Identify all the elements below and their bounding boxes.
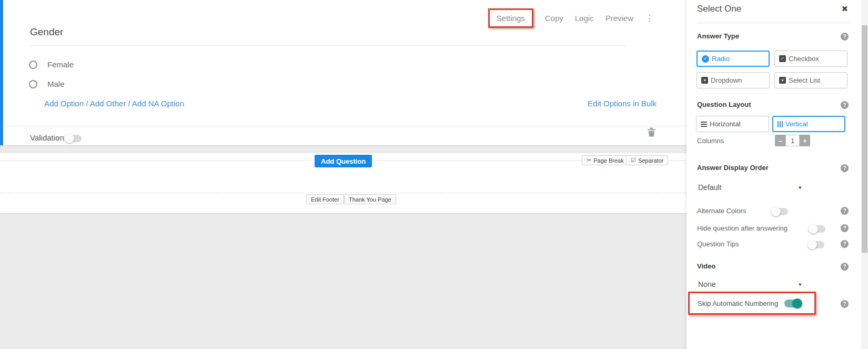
answer-type-option-label: Select List: [789, 76, 820, 84]
question-layout-label: Question Layout: [697, 101, 751, 108]
separator-button[interactable]: Separator: [626, 155, 668, 165]
toggle-knob: [792, 298, 802, 308]
edit-footer-button[interactable]: Edit Footer: [306, 194, 344, 204]
help-icon[interactable]: [841, 224, 849, 232]
hide-question-label: Hide question after answering: [697, 224, 788, 232]
help-icon[interactable]: [841, 33, 849, 41]
help-icon[interactable]: [841, 300, 849, 308]
answer-option-row: Female: [29, 60, 74, 69]
columns-decrement-button[interactable]: –: [775, 135, 785, 146]
validation-label: Validation: [30, 133, 64, 142]
answer-display-order-label: Answer Display Order: [697, 164, 769, 172]
page-break-label: Page Break: [593, 157, 623, 164]
answer-display-order-select[interactable]: Default: [698, 183, 721, 192]
layout-horizontal-button[interactable]: Horizontal: [696, 116, 769, 132]
columns-increment-button[interactable]: +: [800, 135, 810, 146]
dropdown-icon: [701, 77, 708, 84]
horizontal-lines-icon: [701, 122, 707, 127]
help-icon[interactable]: [841, 207, 849, 215]
scrollbar-track[interactable]: [861, 0, 868, 349]
skip-numbering-toggle[interactable]: [784, 300, 801, 307]
question-title[interactable]: Gender: [30, 26, 63, 38]
layout-option-label: Vertical: [785, 120, 808, 128]
answer-type-option-label: Checkbox: [789, 55, 819, 63]
close-icon[interactable]: [841, 4, 848, 14]
link-separator: /: [128, 99, 130, 108]
skip-numbering-label: Skip Automatic Numbering: [698, 300, 778, 307]
option-links: Add Option / Add Other / Add NA Option: [44, 99, 184, 108]
toggle-knob: [771, 207, 781, 216]
add-option-link[interactable]: Add Option: [44, 99, 84, 108]
add-question-button[interactable]: Add Question: [315, 155, 372, 167]
help-icon[interactable]: [841, 240, 849, 248]
footer-dashed-divider: [0, 193, 687, 193]
separator-label: Separator: [638, 157, 663, 164]
card-divider: [3, 126, 687, 126]
alternate-colors-toggle[interactable]: [772, 208, 788, 215]
question-tips-toggle[interactable]: [809, 241, 824, 248]
answer-type-label: Answer Type: [697, 32, 739, 40]
radio-button-icon[interactable]: [29, 80, 37, 88]
toggle-knob: [809, 224, 818, 234]
chevron-down-icon: [799, 281, 802, 288]
answer-type-option-label: Radio: [712, 55, 730, 63]
question-title-underline: [30, 45, 626, 46]
edit-options-in-bulk-link[interactable]: Edit Options in Bulk: [588, 99, 657, 108]
scrollbar-thumb[interactable]: [862, 25, 867, 253]
columns-stepper: – 1 +: [775, 135, 810, 146]
answer-option-row: Male: [29, 79, 65, 88]
vertical-lines-icon: [778, 121, 783, 127]
skip-numbering-highlight: Skip Automatic Numbering: [688, 292, 816, 315]
video-label: Video: [697, 262, 715, 270]
canvas-area: Add Question Page Break Separator Edit F…: [0, 153, 687, 213]
option-label[interactable]: Male: [47, 79, 65, 88]
answer-type-dropdown-button[interactable]: Dropdown: [697, 72, 770, 88]
answer-type-option-label: Dropdown: [711, 76, 742, 84]
preview-button[interactable]: Preview: [605, 14, 633, 23]
separator-icon: [631, 157, 636, 163]
thank-you-page-button[interactable]: Thank You Page: [344, 194, 396, 204]
answer-type-checkbox-button[interactable]: Checkbox: [774, 51, 847, 67]
answer-type-radio-button[interactable]: Radio: [697, 51, 770, 67]
radio-button-icon[interactable]: [29, 61, 37, 69]
page-break-icon: [587, 157, 591, 163]
hide-question-toggle[interactable]: [810, 225, 825, 233]
logic-button[interactable]: Logic: [575, 14, 594, 23]
page-break-button[interactable]: Page Break: [582, 155, 629, 165]
settings-button[interactable]: Settings: [488, 8, 533, 28]
columns-value[interactable]: 1: [785, 135, 800, 146]
checkbox-icon: [779, 55, 786, 62]
chevron-down-icon: [799, 184, 802, 191]
columns-label: Columns: [697, 137, 724, 145]
delete-question-icon[interactable]: [647, 127, 656, 137]
answer-type-select-list-button[interactable]: Select List: [774, 72, 847, 88]
toggle-knob: [808, 240, 817, 250]
panel-title: Select One: [697, 4, 741, 14]
help-icon[interactable]: [841, 263, 849, 271]
radio-selected-icon: [702, 55, 709, 63]
layout-option-label: Horizontal: [710, 120, 741, 128]
thank-you-page-label: Thank You Page: [349, 196, 391, 203]
panel-divider: [697, 23, 849, 23]
add-na-option-link[interactable]: Add NA Option: [132, 99, 184, 108]
option-label[interactable]: Female: [47, 60, 74, 69]
edit-footer-label: Edit Footer: [311, 196, 339, 203]
layout-vertical-button[interactable]: Vertical: [772, 116, 845, 132]
validation-toggle[interactable]: [66, 135, 82, 142]
toggle-knob: [65, 134, 74, 143]
select-list-icon: [779, 77, 786, 84]
alternate-colors-label: Alternate Colors: [697, 207, 746, 215]
link-separator: /: [86, 99, 88, 108]
help-icon[interactable]: [841, 101, 849, 109]
question-card: Settings Copy Logic Preview Gender Femal…: [0, 0, 687, 145]
question-tips-label: Question Tips: [697, 240, 739, 248]
settings-panel: Select One Answer Type Radio Checkbox Dr…: [687, 0, 868, 349]
copy-button[interactable]: Copy: [545, 14, 563, 23]
add-other-link[interactable]: Add Other: [90, 99, 126, 108]
more-options-icon[interactable]: [645, 14, 654, 23]
video-select[interactable]: None: [698, 280, 715, 288]
question-toolbar: Settings Copy Logic Preview: [488, 8, 654, 28]
help-icon[interactable]: [841, 164, 849, 172]
